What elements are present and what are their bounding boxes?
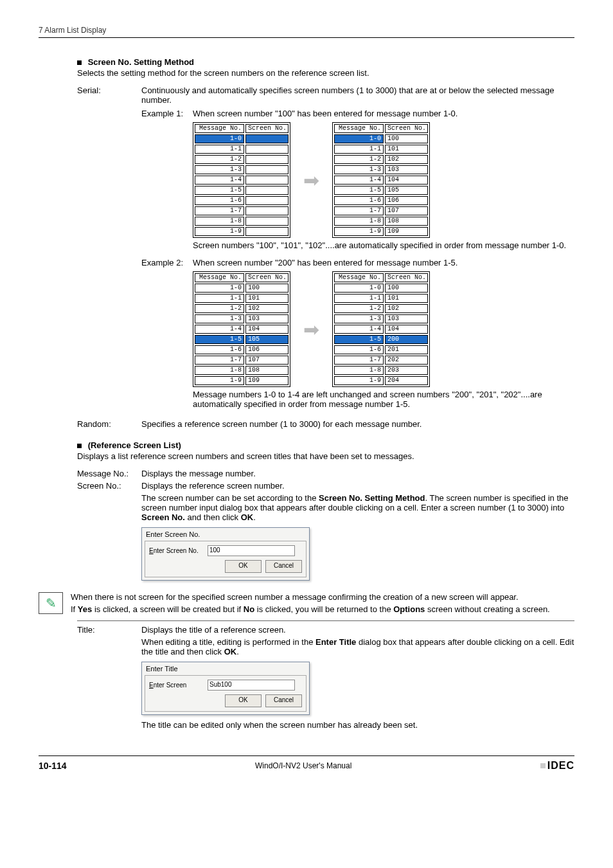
title-desc: Displays the title of a reference screen…: [141, 625, 574, 635]
footer-title: WindO/I-NV2 User's Manual: [255, 761, 351, 770]
random-desc: Specifies a reference screen number (1 t…: [141, 419, 574, 429]
title-input[interactable]: Sub100: [208, 680, 295, 691]
arrow-right-icon: ➡: [303, 318, 319, 341]
bullet-icon: [77, 444, 82, 448]
serial-term: Serial:: [77, 86, 141, 417]
dialog-label: EEnter Screennter Screen: [149, 682, 204, 689]
title-after: The title can be edited only when the sc…: [141, 720, 574, 730]
section-heading-2: (Reference Screen List): [77, 440, 574, 450]
bullet-icon: [77, 60, 82, 65]
note-icon: ✎: [39, 592, 63, 614]
screenno-term: Screen No.:: [77, 481, 141, 586]
dialog-title: Enter Title: [142, 662, 309, 675]
enter-title-dialog: Enter Title EEnter Screennter Screen Sub…: [141, 662, 310, 715]
example1-table-left: Message No.Screen No. 1-0 1-1 1-2 1-3 1-…: [193, 122, 290, 238]
example2-table-left: Message No.Screen No. 1-0100 1-1101 1-21…: [193, 271, 290, 387]
section-intro-1: Selects the setting method for the scree…: [77, 68, 574, 78]
screenno-desc: Displays the reference screen number.: [141, 481, 574, 491]
dialog-label: EEnter Screen No.nter Screen No.: [149, 547, 204, 554]
header-rule: [39, 37, 574, 38]
example1-caption: Screen numbers "100", "101", "102"....ar…: [193, 240, 574, 250]
cancel-button[interactable]: Cancel: [265, 694, 302, 707]
example1-table-right: Message No.Screen No. 1-0100 1-1101 1-21…: [332, 122, 430, 238]
arrow-right-icon: ➡: [303, 169, 319, 192]
page-number: 10-114: [39, 761, 67, 771]
example2-caption: Message numbers 1-0 to 1-4 are left unch…: [193, 390, 574, 409]
separator-rule: [77, 620, 574, 621]
idec-logo: IDEC: [540, 760, 574, 772]
title-para: When editing a title, editing is perform…: [141, 637, 574, 656]
section-intro-2: Displays a list reference screen numbers…: [77, 451, 574, 461]
example2-label: Example 2:: [141, 258, 193, 267]
note-para-1: When there is not screen for the specifi…: [71, 592, 574, 602]
title-term: Title:: [77, 625, 141, 730]
example1-tables: Message No.Screen No. 1-0 1-1 1-2 1-3 1-…: [193, 122, 574, 238]
serial-desc: Continuously and automatically specifies…: [141, 86, 574, 105]
section-heading-1: Screen No. Setting Method: [77, 57, 574, 67]
example2-tables: Message No.Screen No. 1-0100 1-1101 1-21…: [193, 271, 574, 387]
random-term: Random:: [77, 419, 141, 429]
ok-button[interactable]: OK: [225, 560, 262, 573]
messageno-term: Message No.:: [77, 469, 141, 478]
example2-text: When screen number "200" has been entere…: [193, 258, 574, 267]
messageno-desc: Displays the message number.: [141, 469, 574, 478]
enter-screen-no-dialog: Enter Screen No. EEnter Screen No.nter S…: [141, 527, 310, 581]
example1-text: When screen number "100" has been entere…: [193, 109, 574, 118]
example1-label: Example 1:: [141, 109, 193, 118]
screenno-para: The screen number can be set according t…: [141, 493, 574, 522]
note-para-2: If Yes is clicked, a screen will be crea…: [71, 604, 574, 614]
screen-no-input[interactable]: 100: [208, 545, 295, 556]
ok-button[interactable]: OK: [225, 694, 262, 707]
example2-table-right: Message No.Screen No. 1-0100 1-1101 1-21…: [332, 271, 430, 387]
dialog-title: Enter Screen No.: [142, 528, 309, 541]
running-header: 7 Alarm List Display: [39, 26, 574, 35]
cancel-button[interactable]: Cancel: [265, 560, 302, 573]
